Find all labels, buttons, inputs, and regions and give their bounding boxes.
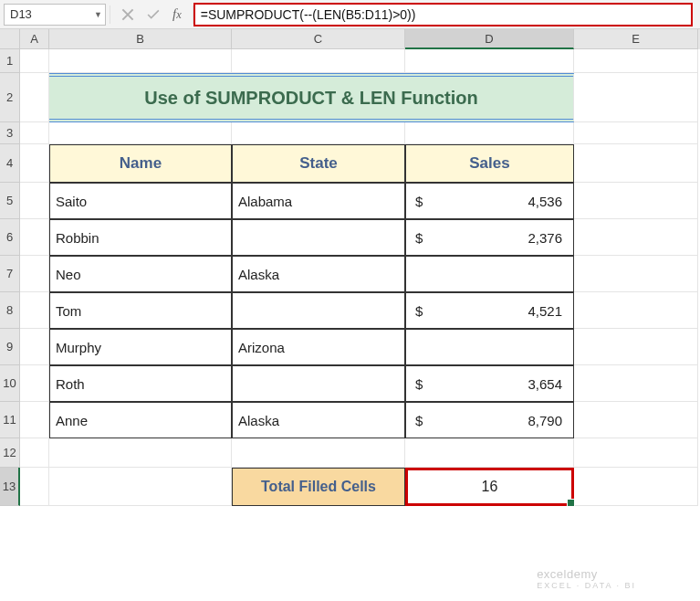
fx-icon[interactable]: fx — [172, 6, 182, 22]
cell[interactable] — [49, 438, 232, 468]
table-cell-sales[interactable]: $2,376 — [405, 219, 574, 256]
table-cell-name[interactable]: Tom — [49, 292, 232, 329]
row-header-7[interactable]: 7 — [0, 256, 20, 292]
cell[interactable] — [574, 122, 698, 144]
row-header-5[interactable]: 5 — [0, 183, 20, 219]
cell[interactable] — [20, 122, 49, 144]
cell[interactable] — [49, 468, 232, 506]
table-cell-name[interactable]: Neo — [49, 256, 232, 292]
cell[interactable] — [232, 49, 405, 73]
col-header-E[interactable]: E — [574, 29, 698, 49]
row-header-13[interactable]: 13 — [0, 468, 20, 506]
table-cell-sales[interactable]: $3,654 — [405, 365, 574, 402]
select-all-corner[interactable] — [0, 29, 20, 49]
cell[interactable] — [49, 49, 232, 73]
row-header-9[interactable]: 9 — [0, 329, 20, 365]
row-header-11[interactable]: 11 — [0, 402, 20, 438]
cell[interactable] — [20, 292, 49, 329]
table-cell-state[interactable] — [232, 365, 405, 402]
col-header-B[interactable]: B — [49, 29, 232, 49]
cell[interactable] — [574, 49, 698, 73]
cell[interactable] — [574, 219, 698, 256]
watermark: exceldemy EXCEL · DATA · BI — [537, 567, 636, 590]
table-header-state[interactable]: State — [232, 144, 405, 183]
cell[interactable] — [574, 438, 698, 468]
cell[interactable] — [20, 73, 49, 122]
cell[interactable] — [232, 122, 405, 144]
table-header-name[interactable]: Name — [49, 144, 232, 183]
cell[interactable] — [20, 468, 49, 506]
cell[interactable] — [405, 49, 574, 73]
row-header-12[interactable]: 12 — [0, 438, 20, 468]
table-cell-state[interactable]: Alaska — [232, 402, 405, 438]
chevron-down-icon[interactable]: ▼ — [94, 10, 102, 19]
table-cell-name[interactable]: Saito — [49, 183, 232, 219]
table-cell-sales[interactable]: $4,536 — [405, 183, 574, 219]
col-header-A[interactable]: A — [20, 29, 49, 49]
cell[interactable] — [574, 183, 698, 219]
row-header-3[interactable]: 3 — [0, 122, 20, 144]
cell[interactable] — [574, 144, 698, 183]
watermark-line1: exceldemy — [537, 567, 598, 581]
row-header-2[interactable]: 2 — [0, 73, 20, 122]
table-cell-sales[interactable] — [405, 329, 574, 365]
col-header-D[interactable]: D — [405, 29, 574, 49]
cell[interactable] — [20, 144, 49, 183]
cell[interactable] — [405, 438, 574, 468]
title-cell[interactable]: Use of SUMPRODUCT & LEN Function — [49, 73, 574, 122]
currency-symbol: $ — [415, 376, 423, 392]
header-label: Name — [120, 154, 162, 173]
active-cell-D13[interactable]: 16 — [405, 468, 574, 506]
cell[interactable] — [49, 122, 232, 144]
table-cell-sales[interactable]: $4,521 — [405, 292, 574, 329]
cell[interactable] — [574, 256, 698, 292]
row-header-4[interactable]: 4 — [0, 144, 20, 183]
name-box-value: D13 — [10, 7, 32, 21]
cell[interactable] — [20, 402, 49, 438]
col-header-C[interactable]: C — [232, 29, 405, 49]
cell[interactable] — [574, 468, 698, 506]
confirm-icon[interactable] — [147, 8, 160, 21]
table-cell-name[interactable]: Anne — [49, 402, 232, 438]
table-cell-state[interactable]: Alaska — [232, 256, 405, 292]
cell[interactable] — [20, 329, 49, 365]
row-header-8[interactable]: 8 — [0, 292, 20, 329]
table-cell-state[interactable]: Alabama — [232, 183, 405, 219]
cell[interactable] — [232, 438, 405, 468]
name-box[interactable]: D13 ▼ — [4, 4, 106, 26]
table-cell-sales[interactable] — [405, 256, 574, 292]
sales-value: 4,536 — [528, 194, 562, 209]
cell[interactable] — [405, 122, 574, 144]
cell[interactable] — [574, 365, 698, 402]
cell[interactable] — [20, 256, 49, 292]
table-cell-name[interactable]: Murphy — [49, 329, 232, 365]
currency-symbol: $ — [415, 303, 423, 319]
header-label: Sales — [469, 154, 509, 173]
row-header-6[interactable]: 6 — [0, 219, 20, 256]
table-cell-name[interactable]: Roth — [49, 365, 232, 402]
cell[interactable] — [20, 438, 49, 468]
row-header-1[interactable]: 1 — [0, 49, 20, 73]
formula-input[interactable]: =SUMPRODUCT(--(LEN(B5:D11)>0)) — [193, 3, 693, 26]
table-cell-state[interactable] — [232, 219, 405, 256]
table-header-sales[interactable]: Sales — [405, 144, 574, 183]
cell[interactable] — [20, 49, 49, 73]
table-cell-name[interactable]: Robbin — [49, 219, 232, 256]
cell[interactable] — [20, 183, 49, 219]
cell[interactable] — [20, 219, 49, 256]
cell[interactable] — [574, 329, 698, 365]
formula-bar: D13 ▼ fx =SUMPRODUCT(--(LEN(B5:D11)>0)) — [0, 0, 700, 29]
table-cell-state[interactable]: Arizona — [232, 329, 405, 365]
cell[interactable] — [20, 365, 49, 402]
table-cell-sales[interactable]: $8,790 — [405, 402, 574, 438]
currency-symbol: $ — [415, 194, 423, 209]
cell[interactable] — [574, 402, 698, 438]
cell[interactable] — [574, 73, 698, 122]
cell[interactable] — [574, 292, 698, 329]
total-label-cell[interactable]: Total Filled Cells — [232, 468, 405, 506]
formula-controls: fx — [110, 6, 193, 22]
table-cell-state[interactable] — [232, 292, 405, 329]
cancel-icon[interactable] — [121, 8, 134, 21]
total-label-text: Total Filled Cells — [261, 479, 376, 495]
row-header-10[interactable]: 10 — [0, 365, 20, 402]
